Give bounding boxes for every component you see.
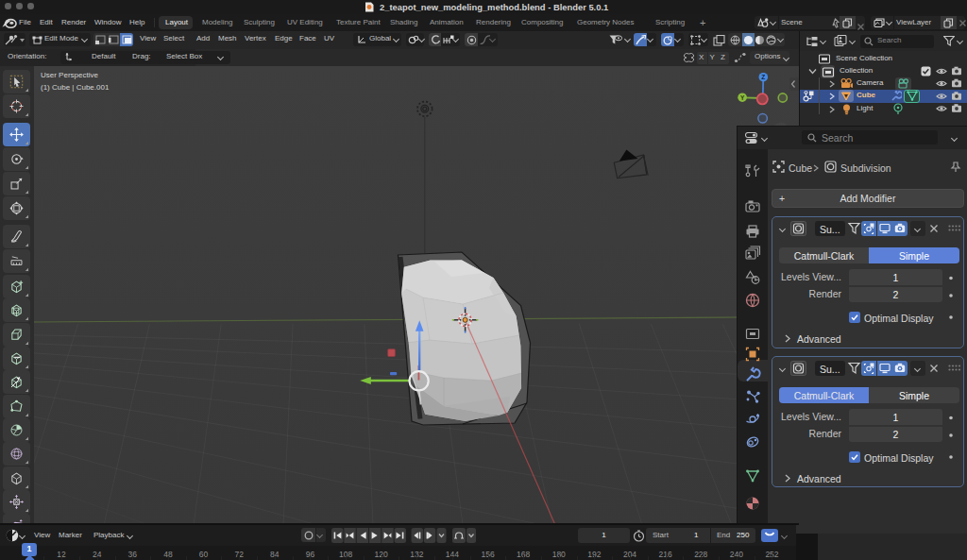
svg-text:Y: Y xyxy=(740,94,745,101)
svg-text:Z: Z xyxy=(761,74,765,80)
